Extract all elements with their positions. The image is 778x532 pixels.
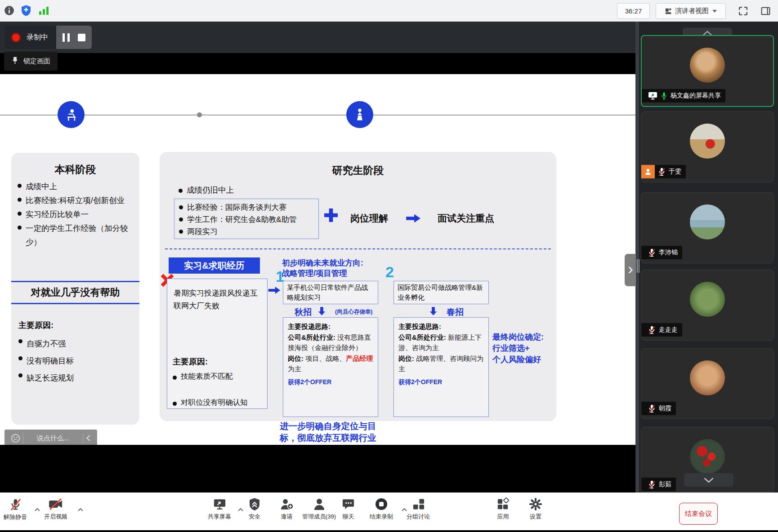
bottom-strip bbox=[0, 530, 778, 532]
sidebar-divider[interactable] bbox=[635, 22, 639, 492]
manage-members-label: 管理成员(39) bbox=[302, 513, 336, 521]
start-video-button[interactable]: 开启视频 bbox=[44, 497, 67, 521]
grad-title: 研究生阶段 bbox=[160, 164, 556, 177]
dashed-separator bbox=[165, 248, 551, 249]
avatar bbox=[690, 124, 725, 159]
participant-name: 彭茹 bbox=[659, 480, 671, 488]
splitter-grip[interactable] bbox=[639, 259, 639, 273]
timeline-node-grad bbox=[346, 101, 373, 128]
apps-button[interactable]: 应用 bbox=[496, 497, 510, 521]
undergrad-bullet: 比赛经验:科研立项/创新创业 bbox=[18, 194, 136, 208]
stop-record-icon bbox=[375, 497, 388, 511]
grad-boxed-bullet: 学生工作：研究生会&助教&助管 bbox=[179, 213, 314, 226]
mic-options-chevron[interactable] bbox=[34, 505, 40, 514]
splitter-grip[interactable] bbox=[637, 259, 638, 273]
participant-tile[interactable]: 走走走 bbox=[641, 270, 774, 341]
recording-pill: 录制中 bbox=[4, 26, 92, 49]
role-label: 岗位: bbox=[288, 355, 304, 362]
end-meeting-button[interactable]: 结束会议 bbox=[679, 503, 718, 525]
plus-icon bbox=[324, 208, 338, 224]
fail-reason: 技能素质不匹配 bbox=[173, 372, 273, 381]
pause-recording-button[interactable] bbox=[63, 33, 70, 42]
internship-tag: 实习&求职经历 bbox=[169, 257, 260, 274]
undergrad-title: 本科阶段 bbox=[11, 163, 139, 177]
arrow-down-icon bbox=[429, 306, 437, 319]
direction-line2: 战略管理/项目管理 bbox=[282, 268, 363, 279]
participant-name-tag: 于雯 bbox=[641, 165, 686, 178]
grad-card: 研究生阶段 成绩仍旧中上 比赛经验：国际商务谈判大赛 学生工作：研究生会&助教&… bbox=[160, 152, 556, 421]
student-desk-icon bbox=[63, 107, 79, 122]
view-mode-button[interactable]: 演讲者视图 bbox=[656, 3, 726, 19]
participant-name: 李沛锦 bbox=[659, 248, 678, 257]
chat-quick-bar[interactable]: 说点什么... bbox=[4, 430, 97, 445]
mic-muted-icon bbox=[648, 325, 656, 335]
share-options-chevron[interactable] bbox=[237, 505, 244, 514]
breakout-rooms-button[interactable]: 分组讨论 bbox=[407, 497, 430, 521]
arrow-down-icon bbox=[318, 306, 326, 319]
step2-strategy-box: 主要投递思路: 公司&所处行业: 新能源上下游、咨询为主 岗位: 战略管理、咨询… bbox=[393, 317, 489, 417]
mic-muted-icon bbox=[648, 480, 656, 489]
share-screen-icon bbox=[213, 497, 227, 511]
security-shield-icon bbox=[248, 497, 261, 511]
video-options-chevron[interactable] bbox=[77, 505, 84, 514]
step1-season: 秋招 bbox=[295, 306, 312, 318]
role-highlight: 产品经理 bbox=[346, 355, 373, 362]
recording-strip: 录制中 bbox=[0, 22, 635, 53]
scroll-down-chevron[interactable] bbox=[684, 473, 733, 487]
undergrad-reason: 自驱力不强 bbox=[18, 335, 131, 352]
collapse-chat-icon[interactable] bbox=[86, 434, 91, 442]
participant-tile[interactable]: 李沛锦 bbox=[641, 192, 774, 263]
avatar bbox=[690, 439, 725, 474]
avatar bbox=[690, 282, 725, 317]
fail-box: 暑期实习投递跟风投递互联网大厂失败 主要原因: 技能素质不匹配 对职位没有明确认… bbox=[167, 279, 268, 409]
participant-name-tag: 杨文鑫的屏幕共享 bbox=[642, 89, 725, 102]
participant-tile[interactable]: 彭茹 bbox=[641, 427, 774, 492]
lock-view-button[interactable]: 锁定画面 bbox=[4, 52, 58, 71]
mic-muted-icon bbox=[648, 404, 656, 413]
step2-offer: 获得2个OFFER bbox=[398, 377, 484, 388]
end-recording-button[interactable]: 结束录制 bbox=[370, 497, 393, 521]
recording-label: 录制中 bbox=[27, 33, 48, 42]
breakout-squares-icon bbox=[412, 497, 425, 511]
undergrad-bullet: 一定的学生工作经验（加分较少） bbox=[18, 222, 136, 249]
share-screen-label: 共享屏幕 bbox=[208, 513, 231, 521]
emoji-icon[interactable] bbox=[11, 434, 20, 443]
manage-members-button[interactable]: 管理成员(39) bbox=[302, 497, 336, 521]
recording-status: 录制中 bbox=[4, 26, 56, 49]
chat-input-placeholder[interactable]: 说点什么... bbox=[23, 434, 83, 443]
security-button[interactable]: 安全 bbox=[248, 497, 261, 521]
strategy-title: 主要投递思路: bbox=[398, 323, 441, 330]
info-icon[interactable] bbox=[4, 5, 15, 18]
invite-button[interactable]: 邀请 bbox=[280, 497, 294, 521]
strategy-title: 主要投递思路: bbox=[288, 323, 331, 330]
direction-heading: 初步明确未来就业方向: 战略管理/项目管理 bbox=[282, 258, 363, 279]
graduate-icon bbox=[353, 107, 367, 122]
collapse-sidebar-tab[interactable] bbox=[625, 254, 636, 286]
stop-recording-button[interactable] bbox=[78, 34, 85, 41]
layout-icon bbox=[665, 8, 672, 15]
breakout-rooms-label: 分组讨论 bbox=[407, 513, 430, 521]
grad-boxed-bullet: 比赛经验：国际商务谈判大赛 bbox=[179, 201, 314, 213]
share-screen-button[interactable]: 共享屏幕 bbox=[208, 497, 231, 521]
final-line: 行业筛选+ bbox=[492, 343, 544, 354]
end-recording-label: 结束录制 bbox=[370, 513, 393, 521]
participant-name-tag: 走走走 bbox=[641, 323, 682, 337]
timeline-midpoint-dot bbox=[197, 112, 202, 117]
step2-box: 国际贸易公司做战略管理&新业务孵化 bbox=[393, 281, 489, 304]
participant-name: 杨文鑫的屏幕共享 bbox=[671, 92, 721, 100]
arrow-right-icon bbox=[405, 213, 421, 226]
signal-icon[interactable] bbox=[39, 6, 49, 18]
conclusion-line: 进一步明确自身定位与目 bbox=[280, 420, 376, 432]
shield-icon[interactable] bbox=[21, 4, 31, 18]
participant-tile[interactable]: 于雯 bbox=[641, 111, 774, 182]
fullscreen-icon[interactable] bbox=[738, 5, 749, 18]
participant-tile[interactable]: 杨文鑫的屏幕共享 bbox=[641, 35, 774, 107]
apps-grid-icon bbox=[496, 497, 510, 511]
settings-button[interactable]: 设置 bbox=[529, 497, 542, 521]
unmute-button[interactable]: 解除静音 bbox=[4, 497, 27, 521]
chat-button[interactable]: 聊天 bbox=[342, 497, 355, 521]
participant-tile[interactable]: 朝霞 bbox=[641, 348, 774, 419]
meeting-app: 36:27 演讲者视图 录制中 bbox=[0, 0, 778, 532]
side-panel-icon[interactable] bbox=[760, 5, 771, 18]
record-dot-icon bbox=[11, 32, 21, 43]
